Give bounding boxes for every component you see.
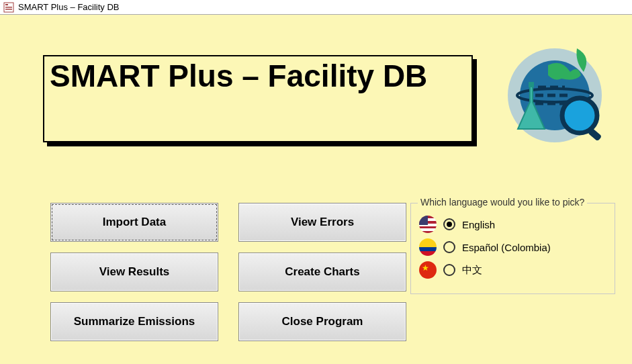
- form-icon: [3, 2, 14, 13]
- import-data-button[interactable]: Import Data: [50, 203, 218, 242]
- buttons-grid: Import Data View Errors View Results Cre…: [50, 203, 406, 341]
- svg-rect-2: [5, 7, 12, 8]
- create-charts-button[interactable]: Create Charts: [238, 253, 406, 291]
- radio-english[interactable]: [443, 218, 455, 230]
- svg-rect-3: [5, 9, 12, 10]
- label-chinese: 中文: [462, 264, 482, 277]
- logo-image: [498, 35, 612, 152]
- svg-rect-1: [5, 4, 8, 5]
- language-option-spanish[interactable]: Español (Colombia): [419, 238, 606, 256]
- language-option-english[interactable]: English: [419, 216, 606, 233]
- flag-colombia-icon: [419, 238, 437, 256]
- svg-rect-7: [529, 82, 534, 87]
- main-form: SMART Plus – Facility DB Import Data Vie…: [0, 15, 632, 364]
- window-title: SMART Plus – Facility DB: [18, 2, 120, 12]
- language-legend: Which language would you like to pick?: [418, 197, 587, 208]
- flag-china-icon: [419, 261, 437, 279]
- flag-us-icon: [419, 216, 437, 233]
- banner: SMART Plus – Facility DB: [43, 55, 473, 142]
- radio-spanish[interactable]: [443, 241, 455, 253]
- view-errors-button[interactable]: View Errors: [238, 203, 406, 242]
- banner-title: SMART Plus – Facility DB: [50, 58, 427, 93]
- close-program-button[interactable]: Close Program: [238, 302, 406, 341]
- summarize-emissions-button[interactable]: Summarize Emissions: [50, 302, 218, 341]
- view-results-button[interactable]: View Results: [50, 253, 218, 291]
- window-title-bar: SMART Plus – Facility DB: [0, 0, 632, 15]
- label-spanish: Español (Colombia): [462, 242, 551, 253]
- language-groupbox: Which language would you like to pick? E…: [410, 203, 615, 294]
- label-english: English: [462, 219, 495, 230]
- radio-chinese[interactable]: [443, 264, 455, 276]
- language-option-chinese[interactable]: 中文: [419, 261, 606, 279]
